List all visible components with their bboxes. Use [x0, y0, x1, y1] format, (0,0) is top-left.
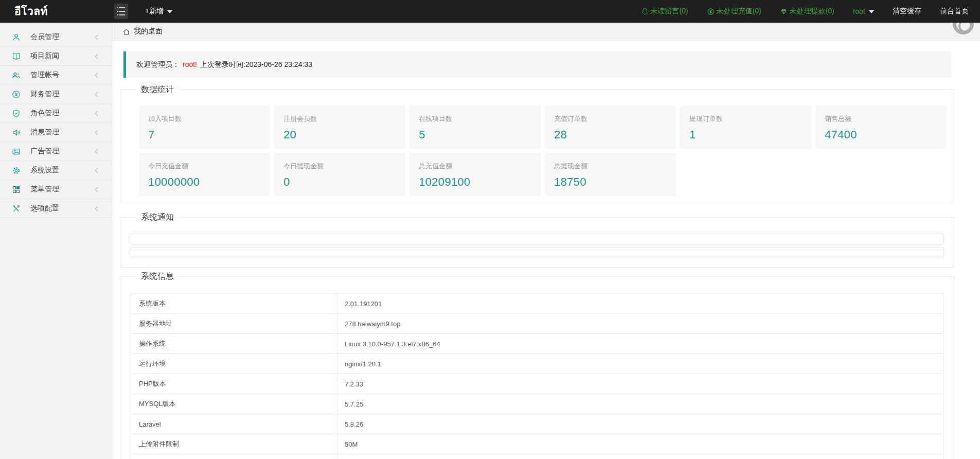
sidebar-toggle-button[interactable]	[114, 4, 128, 19]
stat-label: 总充值金额	[419, 162, 541, 171]
row-label: PHP版本	[131, 374, 337, 394]
chevron-left-icon	[95, 187, 100, 192]
table-row-runtime: 运行环境 nginx/1.20.1	[131, 354, 943, 374]
table-row-exec-limit: 执行时间限制 30	[131, 454, 943, 459]
stat-label: 注册会员数	[283, 114, 405, 123]
row-label: Laravel	[131, 414, 337, 434]
sidebar-item-roles[interactable]: 角色管理	[0, 104, 112, 123]
main-content: 欢迎管理员：root!上次登录时间:2023-06-26 23:24:33 数据…	[112, 41, 980, 459]
sidebar-item-system-settings[interactable]: 系统设置	[0, 161, 112, 180]
stats-panel-title: 数据统计	[136, 84, 179, 95]
topbar: อีโวลท์ +新增 未读留言(0)	[0, 0, 980, 23]
stat-value: 0	[283, 175, 405, 189]
stat-card-today-recharge-amount: 今日充值金额 10000000	[139, 153, 270, 196]
system-info-title: 系统信息	[136, 271, 179, 282]
welcome-username: root!	[183, 60, 197, 68]
system-notice-panel: 系统通知	[120, 217, 954, 268]
stat-card-withdraw-orders: 提现订单数 1	[680, 105, 811, 149]
stats-panel: 数据统计 加入项目数 7 注册会员数 20 在线项目数 5 充值订单数 28	[120, 90, 954, 202]
chevron-left-icon	[95, 130, 100, 135]
clear-cache-link[interactable]: 清空缓存	[893, 7, 921, 16]
chevron-left-icon	[95, 111, 100, 116]
table-row-php-version: PHP版本 7.2.33	[131, 374, 943, 394]
unread-messages-label: 未读留言(0)	[651, 7, 688, 16]
row-label: 上传附件限制	[131, 434, 337, 454]
add-new-label: +新增	[145, 7, 164, 16]
chevron-left-icon	[95, 206, 100, 211]
brand-logo: อีโวลท์	[14, 0, 48, 23]
welcome-prefix: 欢迎管理员：	[136, 60, 180, 68]
gem-icon	[780, 8, 788, 15]
row-value: 5.8.26	[337, 414, 943, 434]
chevron-left-icon	[95, 92, 100, 97]
image-icon	[11, 147, 21, 156]
sidebar-item-label: 财务管理	[30, 90, 59, 99]
sidebar-item-messages[interactable]: 消息管理	[0, 123, 112, 142]
row-value: 5.7.25	[337, 394, 943, 414]
sidebar-item-finance[interactable]: 财务管理	[0, 85, 112, 104]
sidebar-item-project-news[interactable]: 项目新闻	[0, 47, 112, 66]
topbar-right: 未读留言(0) 未处理充值(0) 未处理提款(0)	[641, 0, 969, 23]
stat-card-recharge-orders: 充值订单数 28	[545, 105, 676, 149]
row-value: Linux 3.10.0-957.1.3.el7.x86_64	[337, 334, 943, 354]
add-new-button[interactable]: +新增	[145, 0, 172, 23]
sidebar-item-label: 角色管理	[30, 109, 59, 118]
row-value: 7.2.33	[337, 374, 943, 394]
table-row-mysql-version: MYSQL版本 5.7.25	[131, 394, 943, 414]
username-label: root	[853, 7, 865, 15]
chevron-left-icon	[95, 54, 100, 59]
pending-withdraw-link[interactable]: 未处理提款(0)	[780, 7, 834, 16]
person-icon	[11, 32, 21, 42]
chevron-left-icon	[95, 168, 100, 173]
stat-value: 10000000	[148, 175, 270, 189]
stat-value: 20	[283, 128, 405, 142]
system-info-panel: 系统信息 系统版本 2.01.191201 服务器地址 278.haiwaiym…	[120, 276, 954, 459]
breadcrumb-home[interactable]: 我的桌面	[122, 27, 163, 36]
table-row-system-version: 系统版本 2.01.191201	[131, 294, 943, 314]
row-label: 系统版本	[131, 294, 337, 314]
table-row-os: 操作系统 Linux 3.10.0-957.1.3.el7.x86_64	[131, 334, 943, 354]
stat-value: 5	[419, 128, 541, 142]
row-label: MYSQL版本	[131, 394, 337, 414]
user-dropdown[interactable]: root	[853, 7, 874, 15]
chevron-left-icon	[95, 149, 100, 154]
chevron-down-icon	[869, 10, 874, 13]
stat-label: 充值订单数	[554, 114, 676, 123]
welcome-alert: 欢迎管理员：root!上次登录时间:2023-06-26 23:24:33	[123, 51, 951, 78]
stat-value: 10209100	[419, 175, 541, 189]
front-home-link[interactable]: 前台首页	[940, 7, 969, 16]
chevron-left-icon	[95, 73, 100, 78]
welcome-lastlogin: 上次登录时间:2023-06-26 23:24:33	[200, 60, 312, 68]
home-icon	[122, 28, 130, 36]
sidebar-item-options[interactable]: 选项配置	[0, 199, 112, 218]
pending-recharge-label: 未处理充值(0)	[717, 7, 761, 16]
stat-label: 总提现金额	[554, 162, 676, 171]
menu-icon	[117, 7, 125, 8]
book-icon	[11, 51, 21, 61]
gear-icon	[11, 166, 21, 175]
stat-card-today-withdraw-amount: 今日提现金额 0	[274, 153, 405, 196]
shield-check-icon	[11, 109, 21, 118]
tools-icon	[11, 204, 21, 213]
sidebar: 会员管理 项目新闻 管理帐号	[0, 23, 112, 459]
row-value: 50M	[337, 434, 943, 454]
coin-yen-icon	[707, 8, 715, 15]
grid-icon	[11, 185, 21, 194]
stat-card-total-withdraw-amount: 总提现金额 18750	[545, 153, 676, 196]
sidebar-item-label: 项目新闻	[30, 51, 59, 61]
stat-card-joined-projects: 加入项目数 7	[139, 105, 270, 149]
unread-messages-link[interactable]: 未读留言(0)	[641, 7, 688, 16]
sidebar-item-label: 系统设置	[30, 166, 59, 175]
notice-row	[131, 234, 943, 244]
stat-card-online-projects: 在线项目数 5	[409, 105, 541, 149]
stat-label: 销售总额	[825, 114, 947, 123]
stat-label: 今日提现金额	[283, 162, 405, 171]
sidebar-item-label: 会员管理	[30, 32, 59, 42]
sidebar-item-members[interactable]: 会员管理	[0, 28, 112, 47]
sidebar-item-admin-accounts[interactable]: 管理帐号	[0, 66, 112, 85]
table-row-upload-limit: 上传附件限制 50M	[131, 434, 943, 454]
sidebar-item-label: 选项配置	[30, 204, 59, 213]
pending-recharge-link[interactable]: 未处理充值(0)	[707, 7, 761, 16]
sidebar-item-menus[interactable]: 菜单管理	[0, 180, 112, 199]
sidebar-item-ads[interactable]: 广告管理	[0, 142, 112, 161]
